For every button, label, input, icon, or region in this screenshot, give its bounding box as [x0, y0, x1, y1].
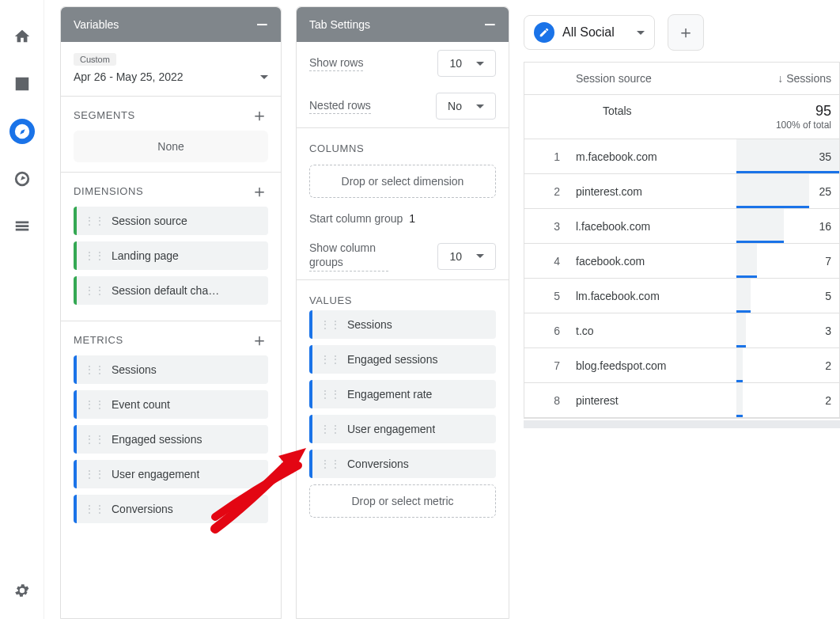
- configure-icon[interactable]: [9, 214, 35, 239]
- grip-icon: ⋮⋮: [85, 250, 105, 261]
- segments-title: SEGMENTS: [74, 109, 135, 121]
- row-sessions: 2: [736, 383, 839, 417]
- table-row[interactable]: 6 t.co 3: [524, 313, 839, 348]
- row-index: 1: [524, 139, 568, 173]
- table-header: Session source ↓Sessions: [524, 63, 839, 95]
- grip-icon: ⋮⋮: [85, 399, 105, 410]
- chevron-down-icon: [476, 62, 484, 66]
- metric-chip[interactable]: ⋮⋮Event count: [74, 390, 268, 419]
- chip-label: Sessions: [112, 363, 157, 376]
- chip-label: Conversions: [347, 458, 409, 470]
- edit-icon: [534, 22, 554, 43]
- row-index: 7: [524, 348, 568, 382]
- explore-icon[interactable]: [9, 119, 35, 144]
- tab-settings-panel: Tab Settings − Show rows 10 Nested rows …: [296, 6, 509, 619]
- metrics-section: METRICS ＋ ⋮⋮Sessions⋮⋮Event count⋮⋮Engag…: [61, 321, 281, 539]
- grip-icon: ⋮⋮: [85, 285, 105, 296]
- show-rows-select[interactable]: 10: [437, 50, 496, 77]
- totals-value: 95 100% of total: [736, 95, 839, 139]
- metric-chip[interactable]: ⋮⋮User engagement: [74, 460, 268, 488]
- chevron-down-icon: [260, 75, 268, 79]
- chip-label: Session source: [112, 215, 187, 227]
- table-row[interactable]: 5 lm.facebook.com 5: [524, 279, 839, 313]
- show-col-groups-select[interactable]: 10: [437, 243, 496, 270]
- chevron-down-icon[interactable]: [637, 31, 645, 35]
- value-chip[interactable]: ⋮⋮Engaged sessions: [309, 345, 496, 374]
- row-index: 4: [524, 244, 568, 278]
- dimension-chip[interactable]: ⋮⋮Session default cha…: [74, 276, 268, 305]
- add-segment-button[interactable]: ＋: [251, 110, 268, 121]
- show-rows-label: Show rows: [309, 56, 363, 71]
- start-column-label: Start column group: [309, 212, 403, 225]
- table-row[interactable]: 4 facebook.com 7: [524, 244, 839, 279]
- grip-icon: ⋮⋮: [85, 434, 105, 445]
- variables-header[interactable]: Variables −: [61, 7, 281, 42]
- nested-rows-label: Nested rows: [309, 99, 371, 114]
- metrics-title: METRICS: [74, 334, 123, 346]
- drop-dimension-zone[interactable]: Drop or select dimension: [309, 165, 496, 198]
- collapse-icon[interactable]: −: [256, 21, 268, 28]
- chip-label: User engagement: [347, 423, 435, 435]
- table-row[interactable]: 3 l.facebook.com 16: [524, 209, 839, 244]
- chip-label: Engaged sessions: [347, 353, 437, 366]
- chip-label: Sessions: [347, 318, 392, 331]
- date-range-picker[interactable]: Custom Apr 26 - May 25, 2022: [61, 42, 281, 96]
- sort-desc-icon: ↓: [778, 72, 783, 85]
- metric-chip[interactable]: ⋮⋮Sessions: [74, 355, 268, 384]
- dimension-chip[interactable]: ⋮⋮Landing page: [74, 241, 268, 270]
- row-index: 5: [524, 279, 568, 313]
- start-column-value: 1: [409, 212, 415, 225]
- columns-title: COLUMNS: [309, 142, 364, 154]
- home-icon[interactable]: [9, 24, 35, 49]
- dimensions-section: DIMENSIONS ＋ ⋮⋮Session source⋮⋮Landing p…: [61, 173, 281, 321]
- add-metric-button[interactable]: ＋: [251, 335, 268, 346]
- grip-icon: ⋮⋮: [85, 364, 105, 375]
- metric-chip[interactable]: ⋮⋮Conversions: [74, 495, 268, 523]
- chip-label: Event count: [112, 398, 170, 411]
- chip-label: Session default cha…: [112, 284, 219, 297]
- dimensions-title: DIMENSIONS: [74, 185, 143, 197]
- col-session-source[interactable]: Session source: [568, 63, 736, 94]
- grip-icon: ⋮⋮: [85, 503, 105, 515]
- row-sessions: 2: [736, 348, 839, 382]
- row-source: pinterest: [568, 383, 736, 417]
- collapse-icon[interactable]: −: [484, 21, 496, 28]
- drop-metric-zone[interactable]: Drop or select metric: [309, 484, 496, 518]
- variables-title: Variables: [74, 18, 119, 31]
- value-chip[interactable]: ⋮⋮User engagement: [309, 415, 496, 443]
- settings-icon[interactable]: [9, 578, 35, 603]
- add-dimension-button[interactable]: ＋: [251, 186, 268, 197]
- table-row[interactable]: 8 pinterest 2: [524, 383, 839, 418]
- variables-panel: Variables − Custom Apr 26 - May 25, 2022…: [60, 6, 282, 619]
- value-chip[interactable]: ⋮⋮Conversions: [309, 450, 496, 478]
- grip-icon: ⋮⋮: [85, 215, 105, 226]
- tab-settings-header[interactable]: Tab Settings −: [297, 7, 509, 42]
- grip-icon: ⋮⋮: [320, 354, 341, 365]
- row-source: m.facebook.com: [568, 139, 736, 173]
- row-index: 8: [524, 383, 568, 417]
- date-badge: Custom: [74, 53, 116, 66]
- value-chip[interactable]: ⋮⋮Engagement rate: [309, 380, 496, 408]
- table-row[interactable]: 2 pinterest.com 25: [524, 174, 839, 209]
- table-row[interactable]: 7 blog.feedspot.com 2: [524, 348, 839, 383]
- reports-icon[interactable]: [9, 71, 35, 97]
- segments-none[interactable]: None: [74, 131, 268, 162]
- table-row[interactable]: 1 m.facebook.com 35: [524, 139, 839, 174]
- row-source: facebook.com: [568, 244, 736, 278]
- horizontal-scrollbar[interactable]: [524, 420, 840, 428]
- row-source: pinterest.com: [568, 174, 736, 208]
- metric-chip[interactable]: ⋮⋮Engaged sessions: [74, 425, 268, 454]
- advertising-icon[interactable]: [9, 166, 35, 192]
- dimension-chip[interactable]: ⋮⋮Session source: [74, 207, 268, 235]
- chip-label: Engagement rate: [347, 388, 432, 401]
- value-chip[interactable]: ⋮⋮Sessions: [309, 310, 496, 339]
- row-index: 3: [524, 209, 568, 243]
- report-tab[interactable]: All Social: [524, 15, 655, 50]
- add-tab-button[interactable]: ＋: [668, 14, 704, 51]
- nested-rows-select[interactable]: No: [436, 93, 496, 120]
- tab-settings-title: Tab Settings: [309, 18, 370, 31]
- chip-label: Landing page: [112, 249, 179, 262]
- col-sessions[interactable]: ↓Sessions: [736, 63, 839, 94]
- segments-section: SEGMENTS ＋ None: [61, 97, 281, 172]
- grip-icon: ⋮⋮: [320, 458, 341, 469]
